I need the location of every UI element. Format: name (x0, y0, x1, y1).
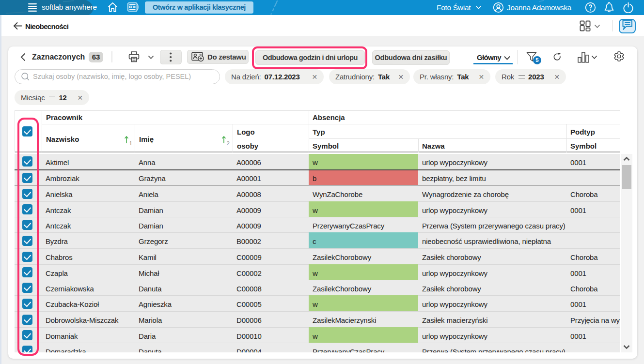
svg-text:1: 1 (129, 140, 132, 146)
svg-text:2: 2 (227, 140, 230, 146)
